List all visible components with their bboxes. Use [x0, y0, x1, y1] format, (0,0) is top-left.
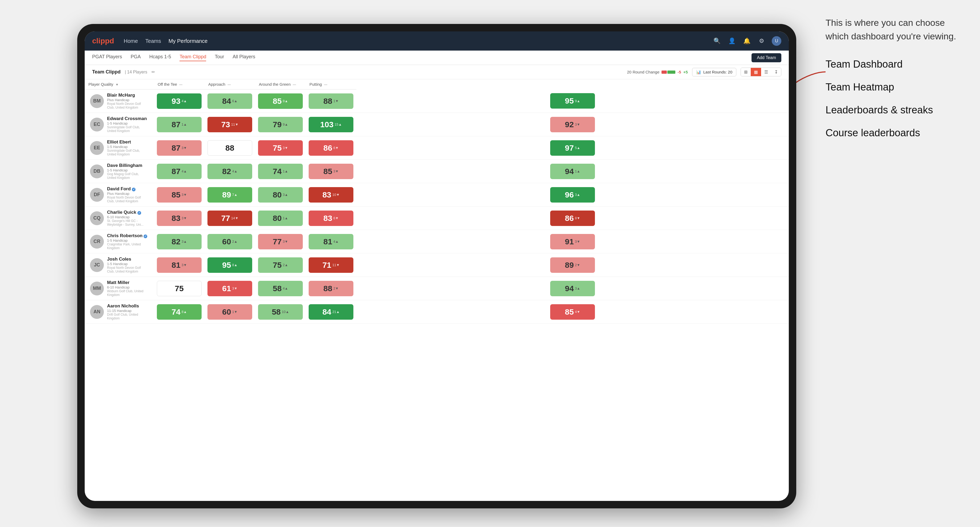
- table-row[interactable]: EC Edward Crossman 1-5 Handicap Sunningd…: [85, 113, 789, 136]
- metric-cell-player-quality-0: 93 4▲: [154, 89, 205, 113]
- metric-cell-around-green-0: 88 1▼: [306, 89, 356, 113]
- view-heatmap-button[interactable]: ▦: [751, 68, 761, 76]
- metric-cell-off-tee-4: 89 7▲: [205, 183, 255, 206]
- metric-box: 86 6▼: [309, 140, 353, 156]
- subnav-hcaps[interactable]: Hcaps 1-5: [149, 54, 171, 61]
- metric-change: 10▲: [282, 310, 289, 314]
- metric-change: 8▲: [283, 99, 288, 103]
- player-name: Blair McHarg: [107, 93, 149, 98]
- player-cell-8[interactable]: MM Matt Miller 6-10 Handicap Woburn Golf…: [85, 277, 154, 300]
- table-row[interactable]: CQ Charlie Quick✓ 6-10 Handicap St. Geor…: [85, 206, 789, 230]
- col-header-approach[interactable]: Approach —: [205, 79, 255, 89]
- metric-box: 88: [207, 140, 252, 156]
- table-row[interactable]: EE Elliot Ebert 1-5 Handicap Sunningdale…: [85, 136, 789, 160]
- metric-value: 95: [222, 260, 231, 270]
- player-avatar: EC: [90, 117, 104, 132]
- metric-value: 75: [273, 260, 282, 270]
- table-row[interactable]: CR Chris Robertson✓ 1-5 Handicap Craigmi…: [85, 230, 789, 253]
- metric-cell-off-tee-9: 60 1▼: [205, 300, 255, 324]
- team-name: Team Clippd: [92, 69, 121, 75]
- table-row[interactable]: AN Aaron Nicholls 11-15 Handicap Drift G…: [85, 300, 789, 324]
- metric-cell-putting-8: 94 3▲: [356, 277, 789, 300]
- avatar[interactable]: U: [772, 36, 781, 46]
- metric-value: 87: [172, 120, 180, 129]
- metric-value: 75: [175, 284, 183, 293]
- metric-change: 3▼: [575, 240, 580, 243]
- metric-change: 1▼: [232, 310, 237, 314]
- table-row[interactable]: DB Dave Billingham 1-5 Handicap Gog Mago…: [85, 160, 789, 183]
- metric-change: 3▼: [181, 146, 187, 150]
- edit-icon[interactable]: ✏: [151, 70, 155, 75]
- player-cell-9[interactable]: AN Aaron Nicholls 11-15 Handicap Drift G…: [85, 300, 154, 324]
- view-export-button[interactable]: ↧: [771, 68, 781, 76]
- metric-cell-approach-9: 58 10▲: [255, 300, 306, 324]
- col-header-around-green[interactable]: Around the Green —: [255, 79, 306, 89]
- metric-cell-putting-2: 97 5▲: [356, 136, 789, 160]
- user-icon[interactable]: 👤: [727, 36, 737, 46]
- col-header-player[interactable]: Player Quality ▼: [85, 79, 154, 89]
- player-cell-0[interactable]: BM Blair McHarg Plus Handicap Royal Nort…: [85, 89, 154, 113]
- annotation-item-2: Team Heatmap: [826, 82, 964, 92]
- add-team-button[interactable]: Add Team: [751, 53, 781, 62]
- settings-icon[interactable]: ⚙: [757, 36, 767, 46]
- metric-cell-approach-0: 85 8▲: [255, 89, 306, 113]
- nav-item-home[interactable]: Home: [124, 38, 138, 44]
- metric-change: 5▲: [575, 146, 580, 150]
- view-list-button[interactable]: ☰: [761, 68, 771, 76]
- subnav-pgat[interactable]: PGAT Players: [92, 54, 122, 61]
- metric-change: 2▲: [283, 263, 288, 267]
- player-cell-2[interactable]: EE Elliot Ebert 1-5 Handicap Sunningdale…: [85, 136, 154, 160]
- subnav-teamclippd[interactable]: Team Clippd: [180, 54, 206, 61]
- player-handicap: 1-5 Handicap: [107, 121, 149, 125]
- metric-value: 71: [323, 260, 331, 270]
- col-header-putting[interactable]: Putting —: [306, 79, 356, 89]
- metric-cell-player-quality-5: 83 3▼: [154, 206, 205, 230]
- player-club: Royal North Devon Golf Club, United King…: [107, 102, 149, 110]
- player-handicap: Plus Handicap: [107, 98, 149, 102]
- subnav-tour[interactable]: Tour: [215, 54, 224, 61]
- nav-item-teams[interactable]: Teams: [145, 38, 161, 44]
- table-row[interactable]: BM Blair McHarg Plus Handicap Royal Nort…: [85, 89, 789, 113]
- player-cell-7[interactable]: JC Josh Coles 1-5 Handicap Royal North D…: [85, 253, 154, 277]
- metric-cell-off-tee-1: 73 11▼: [205, 113, 255, 136]
- player-cell-5[interactable]: CQ Charlie Quick✓ 6-10 Handicap St. Geor…: [85, 206, 154, 230]
- metric-box: 84 6▲: [207, 94, 252, 109]
- view-grid-button[interactable]: ⊞: [741, 68, 751, 76]
- metric-value: 95: [565, 96, 574, 105]
- annotation-item-3: Leaderboards & streaks: [826, 105, 964, 115]
- metric-value: 103: [320, 120, 333, 129]
- player-name: Elliot Ebert: [107, 140, 149, 145]
- metric-change: 9▲: [283, 122, 288, 126]
- player-cell-3[interactable]: DB Dave Billingham 1-5 Handicap Gog Mago…: [85, 160, 154, 183]
- navbar: clippd Home Teams My Performance 🔍 👤 🔔 ⚙…: [85, 32, 789, 51]
- player-info: Chris Robertson✓ 1-5 Handicap Craigmilla…: [107, 233, 149, 250]
- player-cell-6[interactable]: CR Chris Robertson✓ 1-5 Handicap Craigmi…: [85, 230, 154, 253]
- search-icon[interactable]: 🔍: [712, 36, 722, 46]
- metric-box: 89 2▼: [550, 257, 595, 273]
- player-cell-4[interactable]: DF David Ford✓ Plus Handicap Royal North…: [85, 183, 154, 206]
- metric-change: 8▲: [181, 310, 187, 314]
- player-cell-1[interactable]: EC Edward Crossman 1-5 Handicap Sunningd…: [85, 113, 154, 136]
- table-row[interactable]: DF David Ford✓ Plus Handicap Royal North…: [85, 183, 789, 206]
- metric-cell-around-green-2: 86 6▼: [306, 136, 356, 160]
- data-table: Player Quality ▼ Off the Tee — Approach …: [85, 79, 789, 324]
- player-handicap: 1-5 Handicap: [107, 168, 149, 172]
- metric-box: 86 8▼: [550, 211, 595, 226]
- bell-icon[interactable]: 🔔: [742, 36, 751, 46]
- metric-box: 82 4▲: [207, 163, 252, 179]
- col-header-off-tee[interactable]: Off the Tee —: [154, 79, 205, 89]
- team-header: Team Clippd | 14 Players ✏ 20 Round Chan…: [85, 65, 789, 79]
- player-club: Gog Magog Golf Club, United Kingdom: [107, 172, 149, 179]
- player-name: Matt Miller: [107, 280, 149, 285]
- metric-cell-player-quality-8: 75: [154, 277, 205, 300]
- metric-box: 60 2▲: [207, 234, 252, 249]
- player-club: Sunningdale Golf Club, United Kingdom: [107, 125, 149, 133]
- last-rounds-button[interactable]: 📊 Last Rounds: 20: [692, 68, 736, 76]
- subnav-allplayers[interactable]: All Players: [233, 54, 255, 61]
- nav-item-myperformance[interactable]: My Performance: [169, 38, 208, 44]
- table-row[interactable]: JC Josh Coles 1-5 Handicap Royal North D…: [85, 253, 789, 277]
- table-row[interactable]: MM Matt Miller 6-10 Handicap Woburn Golf…: [85, 277, 789, 300]
- subnav-pga[interactable]: PGA: [130, 54, 141, 61]
- table-container[interactable]: Player Quality ▼ Off the Tee — Approach …: [85, 79, 789, 501]
- player-handicap: 1-5 Handicap: [107, 262, 149, 266]
